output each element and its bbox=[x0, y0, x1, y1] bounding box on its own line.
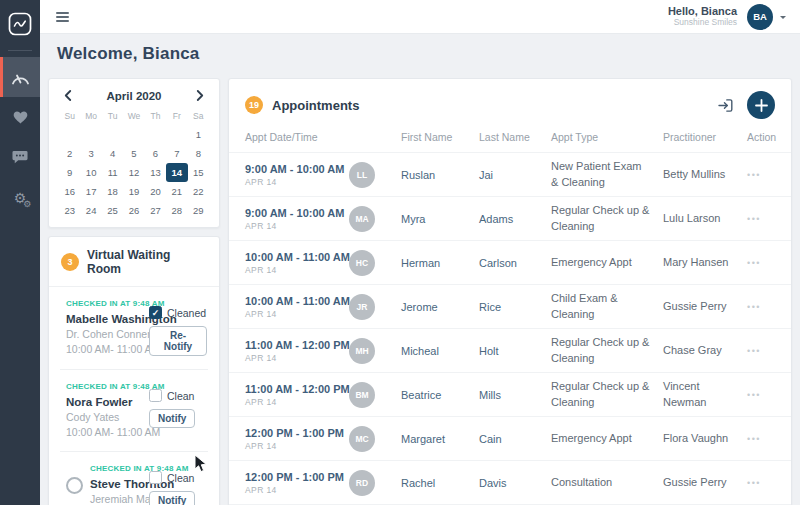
app-logo[interactable] bbox=[0, 0, 40, 42]
practitioner-name: Flora Vaughn bbox=[663, 431, 747, 446]
row-actions-icon[interactable]: ••• bbox=[747, 346, 775, 356]
notify-button[interactable]: Re-Notify bbox=[149, 326, 207, 356]
calendar-weekday-label: Fr bbox=[166, 108, 187, 125]
calendar-day[interactable]: 23 bbox=[59, 201, 80, 220]
appointment-time: 11:00 AM - 12:00 PM bbox=[245, 339, 349, 351]
calendar-day[interactable]: 14 bbox=[166, 163, 187, 182]
calendar-day-empty bbox=[102, 125, 123, 144]
next-month-icon[interactable] bbox=[194, 89, 206, 102]
calendar-day[interactable]: 20 bbox=[145, 182, 166, 201]
calendar-day[interactable]: 24 bbox=[80, 201, 101, 220]
appointment-date: APR 14 bbox=[245, 309, 349, 319]
calendar-day[interactable]: 29 bbox=[188, 201, 209, 220]
user-block: Hello, Bianca Sunshine Smiles bbox=[668, 5, 737, 27]
patient-last-name: Holt bbox=[479, 345, 551, 357]
appointment-row[interactable]: 11:00 AM - 12:00 PM APR 14 MH Micheal Ho… bbox=[229, 328, 791, 372]
row-actions-icon[interactable]: ••• bbox=[747, 478, 775, 488]
practitioner-name: Chase Gray bbox=[663, 343, 747, 358]
sidebar-item-messages[interactable] bbox=[0, 137, 40, 177]
appointment-type: Regular Check up & Cleaning bbox=[551, 203, 663, 234]
calendar-weekday-label: Sa bbox=[188, 108, 209, 125]
chevron-down-icon[interactable] bbox=[780, 16, 786, 22]
clean-checkbox[interactable]: ✓ Cleaned bbox=[149, 306, 207, 319]
patient-status-circle[interactable] bbox=[66, 477, 83, 494]
chat-icon bbox=[12, 150, 28, 164]
appointment-row[interactable]: 11:00 AM - 12:00 PM APR 14 BM Beatrice M… bbox=[229, 372, 791, 416]
sidebar-item-dashboard[interactable] bbox=[0, 57, 40, 97]
notify-button[interactable]: Notify bbox=[149, 409, 195, 428]
appointment-time: 12:00 PM - 1:00 PM bbox=[245, 427, 349, 439]
calendar-day[interactable]: 15 bbox=[188, 163, 209, 182]
practitioner-name: Vincent Newman bbox=[663, 379, 747, 410]
patient-first-name: Margaret bbox=[401, 433, 479, 445]
column-header: Appt Date/Time bbox=[245, 131, 349, 143]
calendar-day[interactable]: 11 bbox=[102, 163, 123, 182]
clean-checkbox[interactable]: ✓ Clean bbox=[149, 389, 207, 402]
row-actions-icon[interactable]: ••• bbox=[747, 390, 775, 400]
calendar-day-empty bbox=[59, 125, 80, 144]
practitioner-name: Gussie Perry bbox=[663, 299, 747, 314]
patient-avatar: JR bbox=[349, 294, 375, 320]
calendar-day[interactable]: 22 bbox=[188, 182, 209, 201]
sidebar-item-favorites[interactable] bbox=[0, 97, 40, 137]
calendar-day[interactable]: 26 bbox=[123, 201, 144, 220]
appointment-row[interactable]: 9:00 AM - 10:00 AM APR 14 LL Ruslan Jai … bbox=[229, 152, 791, 196]
appointment-row[interactable]: 12:00 PM - 1:00 PM APR 14 RD Rachel Davi… bbox=[229, 460, 791, 504]
row-actions-icon[interactable]: ••• bbox=[747, 170, 775, 180]
appointment-time: 9:00 AM - 10:00 AM bbox=[245, 163, 349, 175]
hamburger-menu-icon[interactable] bbox=[56, 10, 69, 24]
appointment-row[interactable]: 9:00 AM - 10:00 AM APR 14 MA Myra Adams … bbox=[229, 196, 791, 240]
calendar-day[interactable]: 19 bbox=[123, 182, 144, 201]
calendar-day[interactable]: 5 bbox=[123, 144, 144, 163]
calendar-day[interactable]: 13 bbox=[145, 163, 166, 182]
add-appointment-button[interactable] bbox=[747, 91, 775, 119]
calendar-day[interactable]: 17 bbox=[80, 182, 101, 201]
appointments-count-badge: 19 bbox=[245, 96, 263, 114]
waiting-room-patient: CHECKED IN AT 9:48 AM Steve Thornton Jer… bbox=[60, 452, 208, 505]
calendar-day[interactable]: 1 bbox=[188, 125, 209, 144]
appointment-time: 11:00 AM - 12:00 PM bbox=[245, 383, 349, 395]
patient-first-name: Myra bbox=[401, 213, 479, 225]
row-actions-icon[interactable]: ••• bbox=[747, 434, 775, 444]
row-actions-icon[interactable]: ••• bbox=[747, 258, 775, 268]
calendar-weekday-label: Th bbox=[145, 108, 166, 125]
calendar-day[interactable]: 27 bbox=[145, 201, 166, 220]
calendar-day[interactable]: 4 bbox=[102, 144, 123, 163]
calendar-day[interactable]: 10 bbox=[80, 163, 101, 182]
calendar-day[interactable]: 16 bbox=[59, 182, 80, 201]
column-header: First Name bbox=[401, 131, 479, 143]
calendar-day[interactable]: 28 bbox=[166, 201, 187, 220]
gears-icon: ⚙ ⚙ bbox=[14, 188, 27, 207]
column-header: Appt Type bbox=[551, 131, 663, 143]
notify-button[interactable]: Notify bbox=[149, 491, 195, 505]
prev-month-icon[interactable] bbox=[62, 89, 74, 102]
appointment-date: APR 14 bbox=[245, 353, 349, 363]
appointment-date: APR 14 bbox=[245, 485, 349, 495]
calendar-day[interactable]: 2 bbox=[59, 144, 80, 163]
calendar-day-empty bbox=[145, 125, 166, 144]
patient-last-name: Cain bbox=[479, 433, 551, 445]
patient-first-name: Herman bbox=[401, 257, 479, 269]
calendar-grid: SuMoTuWeThFrSa12345678910111213141516171… bbox=[49, 105, 219, 228]
calendar-day[interactable]: 7 bbox=[166, 144, 187, 163]
calendar-day[interactable]: 12 bbox=[123, 163, 144, 182]
calendar-day[interactable]: 18 bbox=[102, 182, 123, 201]
calendar-day[interactable]: 9 bbox=[59, 163, 80, 182]
calendar-day[interactable]: 3 bbox=[80, 144, 101, 163]
sidebar-item-settings[interactable]: ⚙ ⚙ bbox=[0, 177, 40, 217]
appointment-row[interactable]: 10:00 AM - 11:00 AM APR 14 HC Herman Car… bbox=[229, 240, 791, 284]
calendar-day[interactable]: 21 bbox=[166, 182, 187, 201]
check-in-button[interactable] bbox=[716, 96, 735, 115]
appointment-row[interactable]: 12:00 PM - 1:00 PM APR 14 MC Margaret Ca… bbox=[229, 416, 791, 460]
calendar-day[interactable]: 6 bbox=[145, 144, 166, 163]
user-avatar[interactable]: BA bbox=[747, 4, 773, 30]
row-actions-icon[interactable]: ••• bbox=[747, 302, 775, 312]
calendar-weekday-label: Mo bbox=[80, 108, 101, 125]
patient-last-name: Carlson bbox=[479, 257, 551, 269]
row-actions-icon[interactable]: ••• bbox=[747, 214, 775, 224]
clean-checkbox[interactable]: ✓ Clean bbox=[149, 471, 207, 484]
calendar-day[interactable]: 8 bbox=[188, 144, 209, 163]
calendar-day[interactable]: 25 bbox=[102, 201, 123, 220]
column-header-spacer bbox=[349, 131, 401, 143]
appointment-row[interactable]: 10:00 AM - 11:00 AM APR 14 JR Jerome Ric… bbox=[229, 284, 791, 328]
